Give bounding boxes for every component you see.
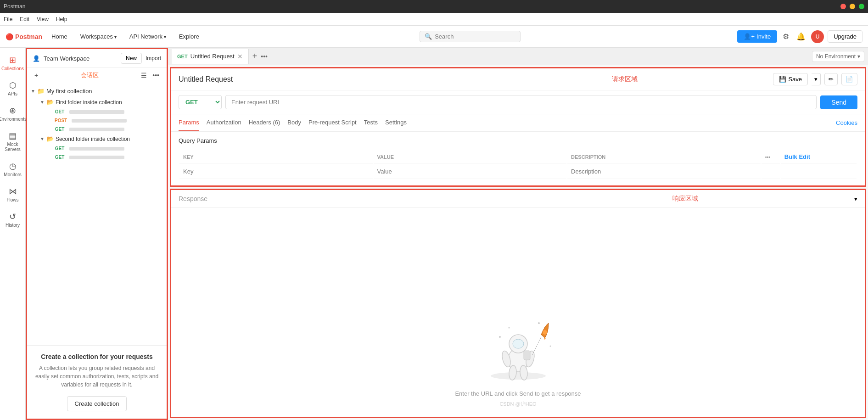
- svg-point-0: [491, 372, 546, 380]
- save-button[interactable]: 💾 Save: [773, 73, 808, 85]
- create-collection-button[interactable]: Create collection: [67, 396, 127, 411]
- params-area: Query Params KEY VALUE DESCRIPTION ••• B…: [171, 132, 865, 185]
- response-title: Response: [179, 195, 516, 202]
- method-badge-get: GET: [53, 109, 67, 115]
- bulk-edit-link[interactable]: Bulk Edit: [784, 153, 810, 160]
- nav-home[interactable]: Home: [48, 31, 71, 42]
- star-button[interactable]: ☆: [150, 88, 155, 95]
- request-item[interactable]: GET: [36, 125, 167, 134]
- close-btn[interactable]: [840, 4, 846, 9]
- url-input[interactable]: [225, 95, 817, 109]
- avatar[interactable]: U: [811, 30, 824, 43]
- new-tab-btn[interactable]: +: [249, 51, 261, 61]
- maximize-btn[interactable]: [859, 4, 864, 9]
- tab-params[interactable]: Params: [179, 114, 199, 131]
- menu-view[interactable]: View: [37, 16, 49, 22]
- main-layout: ⊞ Collections ⬡ APIs ⊛ Environments ▤ Mo…: [0, 48, 868, 420]
- response-collapse-icon[interactable]: ▾: [854, 196, 857, 202]
- save-dropdown-btn[interactable]: ▾: [812, 73, 821, 85]
- nav-workspaces[interactable]: Workspaces: [77, 31, 120, 42]
- method-badge-post: POST: [53, 118, 69, 123]
- panel-toolbar-title: 会话区: [42, 71, 137, 79]
- request-name: [69, 110, 124, 114]
- sidebar-item-monitors[interactable]: ◷ Monitors: [2, 157, 24, 181]
- tab-pre-request-script[interactable]: Pre-request Script: [308, 114, 357, 131]
- request-item[interactable]: GET: [36, 144, 167, 153]
- request-item[interactable]: GET: [36, 153, 167, 162]
- import-button[interactable]: Import: [146, 55, 161, 62]
- folder-header-1[interactable]: ▼ 📂 First folder inside collection: [36, 97, 167, 107]
- more-options-btn[interactable]: •••: [151, 71, 161, 80]
- filter-btn[interactable]: ☰: [139, 71, 149, 80]
- nav-api-network[interactable]: API Network: [126, 31, 170, 42]
- description-input[interactable]: [571, 168, 757, 175]
- url-bar: GET POST PUT DELETE PATCH Send: [171, 90, 865, 114]
- new-button[interactable]: New: [121, 53, 142, 64]
- minimize-btn[interactable]: [850, 4, 855, 9]
- astronaut-svg: [472, 309, 564, 383]
- collections-list: ▼ 📁 My first collection ☆ ••• ▼ 📂 First …: [27, 83, 167, 345]
- response-hint: Enter the URL and click Send to get a re…: [455, 390, 581, 397]
- svg-point-10: [499, 336, 501, 338]
- search-container: 🔍: [208, 31, 732, 42]
- menu-help[interactable]: Help: [56, 16, 67, 22]
- search-box[interactable]: 🔍: [420, 31, 521, 42]
- search-input[interactable]: [435, 33, 515, 40]
- topnav: 🔴 Postman Home Workspaces API Network Ex…: [0, 26, 868, 48]
- workspace-label: Team Workspace: [44, 55, 117, 62]
- sidebar-item-flows[interactable]: ⋈ Flows: [2, 183, 24, 206]
- request-item[interactable]: POST: [36, 116, 167, 125]
- request-item[interactable]: GET: [36, 107, 167, 116]
- method-select[interactable]: GET POST PUT DELETE PATCH: [179, 95, 222, 109]
- request-title-bar: Untitled Request 请求区域 💾 Save ▾ ✏ 📄: [171, 68, 865, 90]
- col-bulk-edit: Bulk Edit: [781, 151, 857, 163]
- request-tab[interactable]: GET Untitled Request ✕: [172, 49, 249, 64]
- settings-icon[interactable]: ⚙: [781, 30, 791, 43]
- nav-explore[interactable]: Explore: [175, 31, 203, 42]
- tab-headers[interactable]: Headers (6): [249, 114, 280, 131]
- sidebar-item-mock-servers[interactable]: ▤ Mock Servers: [2, 127, 24, 156]
- key-input[interactable]: [183, 168, 369, 175]
- folder-header-2[interactable]: ▼ 📂 Second folder inside collection: [36, 134, 167, 144]
- col-description: DESCRIPTION: [567, 151, 761, 163]
- folder-name-2: Second folder inside collection: [56, 136, 130, 142]
- tab-close-btn[interactable]: ✕: [237, 53, 243, 60]
- params-row: [179, 164, 857, 179]
- invite-button[interactable]: 👤+ Invite: [737, 30, 777, 43]
- tab-settings[interactable]: Settings: [385, 114, 407, 131]
- folder-name-1: First folder inside collection: [56, 99, 122, 106]
- env-chevron-icon: ▾: [857, 53, 860, 60]
- collection-more-btn[interactable]: •••: [157, 88, 163, 95]
- request-name: [69, 156, 124, 159]
- svg-point-9: [543, 330, 547, 335]
- sidebar-item-environments[interactable]: ⊛ Environments: [2, 102, 24, 125]
- collection-name: My first collection: [46, 88, 148, 95]
- sidebar-item-history[interactable]: ↺ History: [2, 208, 24, 231]
- tab-tests[interactable]: Tests: [364, 114, 378, 131]
- titlebar-controls: [840, 4, 864, 9]
- collection-header[interactable]: ▼ 📁 My first collection ☆ •••: [27, 85, 167, 97]
- environment-selector[interactable]: No Environment ▾: [812, 51, 864, 62]
- tab-more-btn[interactable]: •••: [261, 53, 268, 60]
- tab-authorization[interactable]: Authorization: [207, 114, 241, 131]
- notifications-icon[interactable]: 🔔: [795, 30, 807, 43]
- tab-body[interactable]: Body: [287, 114, 301, 131]
- edit-button[interactable]: ✏: [824, 73, 838, 85]
- docs-button[interactable]: 📄: [841, 73, 857, 85]
- collections-panel: 👤 Team Workspace New Import + 会话区 ☰ ••• …: [26, 48, 168, 420]
- add-collection-btn[interactable]: +: [33, 71, 40, 80]
- search-icon: 🔍: [425, 33, 432, 40]
- mock-servers-icon: ▤: [9, 131, 17, 141]
- sidebar-item-apis[interactable]: ⬡ APIs: [2, 77, 24, 100]
- value-input[interactable]: [377, 168, 563, 175]
- menu-file[interactable]: File: [4, 16, 12, 22]
- menu-edit[interactable]: Edit: [20, 16, 29, 22]
- upgrade-button[interactable]: Upgrade: [828, 30, 862, 43]
- sidebar-item-collections[interactable]: ⊞ Collections: [2, 51, 24, 75]
- tab-method: GET: [177, 54, 188, 59]
- cookies-link[interactable]: Cookies: [836, 119, 857, 126]
- send-button[interactable]: Send: [820, 95, 857, 109]
- tab-name: Untitled Request: [190, 53, 235, 60]
- chevron-down-icon: ▼: [40, 136, 45, 141]
- icon-sidebar: ⊞ Collections ⬡ APIs ⊛ Environments ▤ Mo…: [0, 48, 26, 420]
